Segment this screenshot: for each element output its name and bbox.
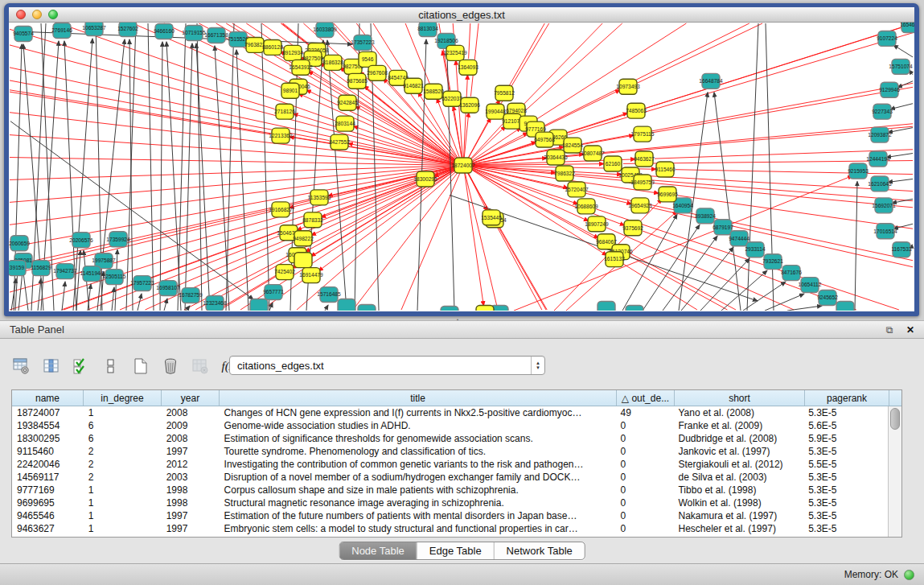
graph-edge [10,166,463,293]
graph-edge [886,154,913,158]
table-cell: 18300295 [12,432,84,445]
table-row[interactable]: 946362711997Embryonic stem cells: a mode… [12,522,888,535]
window-titlebar[interactable]: citations_edges.txt [9,7,914,23]
table-cell: 0 [616,419,674,432]
vertical-scrollbar[interactable] [888,406,901,537]
graph-node-label: 6879197 [713,225,733,230]
graph-node-label: 7955812 [494,90,515,96]
graph-edge [520,23,622,115]
graph-edge [447,51,454,311]
new-table-icon[interactable] [130,356,151,377]
graph-node[interactable] [598,302,615,311]
close-panel-icon[interactable]: ✕ [903,323,918,336]
table-row[interactable]: 946554611997Estimation of the future num… [12,509,888,522]
tab-network-table[interactable]: Network Table [494,542,585,559]
graph-node-label: 16210643 [868,181,892,187]
graph-edge [236,50,248,311]
table-cell: 14569117 [12,471,84,484]
graph-node-label: 1654609 [900,23,914,27]
table-row[interactable]: 1456911722003Disruption of a novel membe… [12,471,888,484]
column-header[interactable]: in_degree [84,390,162,406]
graph-edge [112,287,114,311]
graph-node-label: 15716485 [317,291,341,297]
table-cell: 5.3E-5 [803,445,888,458]
table-cell: 49 [616,406,674,419]
graph-node-label: 9498222 [293,236,314,241]
graph-node-label: 9115460 [655,167,675,172]
graph-edge [537,23,686,119]
select-columns-icon[interactable] [71,356,92,377]
close-window-icon[interactable] [16,10,26,19]
table-row[interactable]: 1830029562008Estimation of significance … [12,432,888,445]
table-row[interactable]: 1938455462009Genome-wide association stu… [12,419,888,432]
graph-node[interactable] [358,305,376,311]
graph-node-label: 18724007 [451,163,475,168]
table-cell: 9777169 [12,484,84,496]
column-header[interactable]: title [220,390,617,406]
graph-node-label: 16671358 [204,32,228,38]
graph-node-label: 10807487 [581,150,605,156]
table-select-dropdown[interactable]: citations_edges.txt ▲ ▼ [229,356,545,375]
show-columns-icon[interactable] [41,356,62,377]
graph-node[interactable] [626,306,643,311]
float-panel-icon[interactable]: ⧉ [882,323,897,336]
graph-edge [615,245,736,310]
graph-node[interactable] [476,306,494,311]
graph-node-label: 1362096 [459,102,480,108]
table-row[interactable]: 1872400712008Changes of HCN gene express… [12,406,888,419]
graph-node-label: 9875685 [347,78,368,84]
graph-node-label: 16648784 [699,78,723,84]
graph-node-label: 17016514 [873,229,897,234]
table-row[interactable]: 969969511998Structural magnetic resonanc… [12,496,888,509]
table-cell: 5.3E-5 [803,471,888,484]
network-canvas[interactable]: 9405574276914610653287152760294661601071… [9,23,914,311]
tab-node-table[interactable]: Node Table [339,542,417,559]
graph-node-label: 7515526 [228,36,248,42]
table-mode-icon[interactable] [11,356,32,377]
minimize-window-icon[interactable] [32,10,42,19]
graph-node-label: 17975115 [631,131,655,137]
table-header-row[interactable]: namein_degreeyeartitle△ out_de...shortpa… [12,390,901,406]
graph-node-label: 2803144 [335,121,355,126]
table-cell: 5.3E-5 [803,509,888,522]
graph-node-label: 9107224 [877,35,897,41]
graph-node-label: 7986322 [554,171,575,176]
table-cell: 2 [84,471,162,484]
table-row[interactable]: 2242004622012Investigating the contribut… [12,458,888,471]
table-cell: 9115460 [12,445,84,458]
table-cell: 22420046 [12,458,84,471]
zoom-window-icon[interactable] [48,10,58,19]
graph-edge [166,42,181,311]
delete-table-icon[interactable] [160,356,181,377]
column-header[interactable]: name [12,390,84,406]
table-cell: Structural magnetic resonance image aver… [220,496,616,509]
table-cell: 1998 [162,496,220,509]
column-header[interactable]: △ out_de... [617,390,675,406]
column-header[interactable]: pagerank [805,390,889,406]
graph-node[interactable] [338,299,355,311]
graph-node[interactable] [836,302,854,311]
table-cell: 5.5E-5 [803,458,888,471]
table-cell: 2008 [162,406,220,419]
graph-node-label: 9146821 [403,83,424,89]
table-row[interactable]: 977716911998Corpus callosum shape and si… [12,484,888,496]
graph-node-label: 18907249 [585,221,609,227]
graph-node-label: 12505115 [103,274,126,279]
graph-node-label: 8186328 [322,60,343,65]
graph-node[interactable] [441,307,458,311]
scrollbar-thumb[interactable] [890,408,900,430]
graph-node-label: 15751074 [889,64,913,69]
graph-edge [855,181,857,311]
column-header[interactable]: short [675,390,805,406]
table-cell: 5.9E-5 [803,432,888,445]
graph-node-label: 15720407 [565,187,589,192]
graph-node[interactable] [294,253,312,268]
table-cell: 2 [84,445,162,458]
row-height-icon[interactable] [101,356,121,377]
table-row[interactable]: 911546021997Tourette syndrome. Phenomeno… [12,445,888,458]
tab-edge-table[interactable]: Edge Table [417,542,494,559]
graph-edge [747,23,758,311]
graph-node[interactable] [250,299,268,311]
table-cell: 0 [616,509,674,522]
column-header[interactable]: year [162,390,220,406]
